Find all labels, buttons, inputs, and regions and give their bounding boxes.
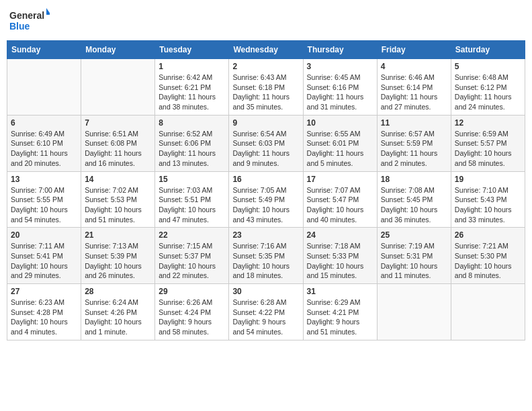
logo: General Blue — [9, 7, 50, 35]
day-info: Sunrise: 7:18 AM Sunset: 5:33 PM Dayligh… — [307, 241, 373, 281]
col-header-tuesday: Tuesday — [155, 41, 229, 59]
day-cell: 10Sunrise: 6:55 AM Sunset: 6:01 PM Dayli… — [303, 115, 377, 171]
col-header-monday: Monday — [81, 41, 155, 59]
day-number: 2 — [232, 62, 299, 71]
day-number: 22 — [159, 230, 225, 240]
day-cell: 18Sunrise: 7:08 AM Sunset: 5:45 PM Dayli… — [377, 171, 451, 228]
day-number: 23 — [232, 230, 299, 240]
day-cell: 16Sunrise: 7:05 AM Sunset: 5:49 PM Dayli… — [229, 171, 303, 228]
col-header-thursday: Thursday — [303, 41, 377, 59]
day-cell: 2Sunrise: 6:43 AM Sunset: 6:18 PM Daylig… — [229, 59, 303, 116]
day-cell: 31Sunrise: 6:29 AM Sunset: 4:21 PM Dayli… — [303, 284, 377, 340]
day-cell: 20Sunrise: 7:11 AM Sunset: 5:41 PM Dayli… — [7, 228, 81, 284]
day-cell: 13Sunrise: 7:00 AM Sunset: 5:55 PM Dayli… — [7, 171, 81, 228]
day-cell: 8Sunrise: 6:52 AM Sunset: 6:06 PM Daylig… — [155, 115, 229, 171]
day-info: Sunrise: 6:46 AM Sunset: 6:14 PM Dayligh… — [381, 73, 447, 112]
day-info: Sunrise: 7:08 AM Sunset: 5:45 PM Dayligh… — [381, 185, 447, 225]
day-cell: 7Sunrise: 6:51 AM Sunset: 6:08 PM Daylig… — [81, 115, 155, 171]
day-info: Sunrise: 6:49 AM Sunset: 6:10 PM Dayligh… — [11, 129, 77, 169]
day-cell: 22Sunrise: 7:15 AM Sunset: 5:37 PM Dayli… — [155, 228, 229, 284]
day-number: 4 — [381, 62, 447, 71]
col-header-friday: Friday — [377, 41, 451, 59]
day-info: Sunrise: 7:00 AM Sunset: 5:55 PM Dayligh… — [11, 185, 77, 225]
day-number: 10 — [307, 118, 373, 128]
day-number: 7 — [85, 118, 151, 128]
day-info: Sunrise: 7:03 AM Sunset: 5:51 PM Dayligh… — [159, 185, 225, 225]
day-info: Sunrise: 7:16 AM Sunset: 5:35 PM Dayligh… — [232, 241, 299, 281]
svg-text:General: General — [9, 10, 44, 21]
day-number: 1 — [159, 62, 225, 71]
day-info: Sunrise: 6:43 AM Sunset: 6:18 PM Dayligh… — [232, 73, 299, 112]
page-header: General Blue — [7, 7, 525, 35]
calendar-table: SundayMondayTuesdayWednesdayThursdayFrid… — [7, 40, 525, 340]
day-info: Sunrise: 6:26 AM Sunset: 4:24 PM Dayligh… — [159, 298, 225, 337]
logo-svg: General Blue — [9, 7, 50, 35]
day-info: Sunrise: 7:19 AM Sunset: 5:31 PM Dayligh… — [381, 241, 447, 281]
day-number: 28 — [85, 287, 151, 296]
day-info: Sunrise: 6:54 AM Sunset: 6:03 PM Dayligh… — [232, 129, 299, 169]
day-info: Sunrise: 7:05 AM Sunset: 5:49 PM Dayligh… — [232, 185, 299, 225]
day-cell: 23Sunrise: 7:16 AM Sunset: 5:35 PM Dayli… — [229, 228, 303, 284]
day-cell: 1Sunrise: 6:42 AM Sunset: 6:21 PM Daylig… — [155, 59, 229, 116]
day-number: 20 — [11, 230, 77, 240]
day-number: 24 — [307, 230, 373, 240]
day-number: 18 — [381, 175, 447, 184]
day-info: Sunrise: 6:23 AM Sunset: 4:28 PM Dayligh… — [11, 298, 77, 337]
day-info: Sunrise: 6:51 AM Sunset: 6:08 PM Dayligh… — [85, 129, 151, 169]
day-cell — [7, 59, 81, 116]
day-info: Sunrise: 6:24 AM Sunset: 4:26 PM Dayligh… — [85, 298, 151, 337]
col-header-wednesday: Wednesday — [229, 41, 303, 59]
day-cell: 29Sunrise: 6:26 AM Sunset: 4:24 PM Dayli… — [155, 284, 229, 340]
week-row-4: 20Sunrise: 7:11 AM Sunset: 5:41 PM Dayli… — [7, 228, 525, 284]
day-cell: 11Sunrise: 6:57 AM Sunset: 5:59 PM Dayli… — [377, 115, 451, 171]
day-number: 21 — [85, 230, 151, 240]
week-row-2: 6Sunrise: 6:49 AM Sunset: 6:10 PM Daylig… — [7, 115, 525, 171]
day-cell: 21Sunrise: 7:13 AM Sunset: 5:39 PM Dayli… — [81, 228, 155, 284]
day-cell: 9Sunrise: 6:54 AM Sunset: 6:03 PM Daylig… — [229, 115, 303, 171]
day-cell: 15Sunrise: 7:03 AM Sunset: 5:51 PM Dayli… — [155, 171, 229, 228]
day-cell: 3Sunrise: 6:45 AM Sunset: 6:16 PM Daylig… — [303, 59, 377, 116]
svg-marker-2 — [46, 8, 50, 15]
day-info: Sunrise: 6:55 AM Sunset: 6:01 PM Dayligh… — [307, 129, 373, 169]
day-cell: 27Sunrise: 6:23 AM Sunset: 4:28 PM Dayli… — [7, 284, 81, 340]
day-cell: 17Sunrise: 7:07 AM Sunset: 5:47 PM Dayli… — [303, 171, 377, 228]
day-cell — [81, 59, 155, 116]
week-row-1: 1Sunrise: 6:42 AM Sunset: 6:21 PM Daylig… — [7, 59, 525, 116]
day-number: 5 — [455, 62, 521, 71]
day-info: Sunrise: 7:07 AM Sunset: 5:47 PM Dayligh… — [307, 185, 373, 225]
svg-text:Blue: Blue — [9, 21, 30, 32]
day-number: 19 — [455, 175, 521, 184]
day-info: Sunrise: 6:57 AM Sunset: 5:59 PM Dayligh… — [381, 129, 447, 169]
day-number: 30 — [232, 287, 299, 296]
day-number: 27 — [11, 287, 77, 296]
day-cell: 14Sunrise: 7:02 AM Sunset: 5:53 PM Dayli… — [81, 171, 155, 228]
col-header-sunday: Sunday — [7, 41, 81, 59]
day-number: 17 — [307, 175, 373, 184]
day-number: 9 — [232, 118, 299, 128]
day-number: 14 — [85, 175, 151, 184]
day-info: Sunrise: 7:15 AM Sunset: 5:37 PM Dayligh… — [159, 241, 225, 281]
day-info: Sunrise: 7:13 AM Sunset: 5:39 PM Dayligh… — [85, 241, 151, 281]
day-number: 13 — [11, 175, 77, 184]
day-info: Sunrise: 7:21 AM Sunset: 5:30 PM Dayligh… — [455, 241, 521, 281]
day-number: 12 — [455, 118, 521, 128]
day-number: 6 — [11, 118, 77, 128]
week-row-3: 13Sunrise: 7:00 AM Sunset: 5:55 PM Dayli… — [7, 171, 525, 228]
col-header-saturday: Saturday — [451, 41, 525, 59]
day-number: 15 — [159, 175, 225, 184]
day-cell: 12Sunrise: 6:59 AM Sunset: 5:57 PM Dayli… — [451, 115, 525, 171]
day-info: Sunrise: 6:29 AM Sunset: 4:21 PM Dayligh… — [307, 298, 373, 337]
day-number: 26 — [455, 230, 521, 240]
day-info: Sunrise: 7:10 AM Sunset: 5:43 PM Dayligh… — [455, 185, 521, 225]
header-row: SundayMondayTuesdayWednesdayThursdayFrid… — [7, 41, 525, 59]
day-cell: 19Sunrise: 7:10 AM Sunset: 5:43 PM Dayli… — [451, 171, 525, 228]
day-info: Sunrise: 7:02 AM Sunset: 5:53 PM Dayligh… — [85, 185, 151, 225]
day-number: 29 — [159, 287, 225, 296]
day-info: Sunrise: 6:45 AM Sunset: 6:16 PM Dayligh… — [307, 73, 373, 112]
day-cell: 5Sunrise: 6:48 AM Sunset: 6:12 PM Daylig… — [451, 59, 525, 116]
day-cell: 4Sunrise: 6:46 AM Sunset: 6:14 PM Daylig… — [377, 59, 451, 116]
day-info: Sunrise: 6:52 AM Sunset: 6:06 PM Dayligh… — [159, 129, 225, 169]
day-number: 8 — [159, 118, 225, 128]
day-info: Sunrise: 6:48 AM Sunset: 6:12 PM Dayligh… — [455, 73, 521, 112]
week-row-5: 27Sunrise: 6:23 AM Sunset: 4:28 PM Dayli… — [7, 284, 525, 340]
